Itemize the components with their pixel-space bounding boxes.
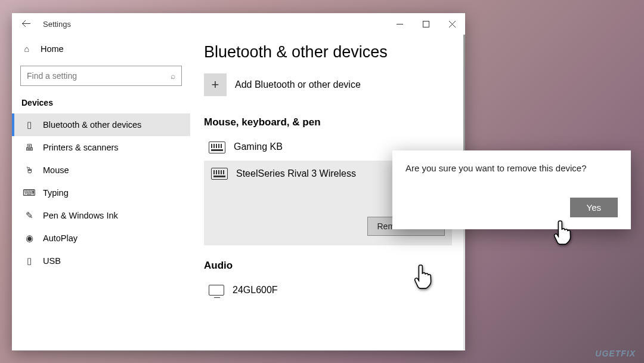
window-title: Settings	[43, 20, 71, 29]
bluetooth-icon: ▯	[24, 120, 35, 130]
page-heading: Bluetooth & other devices	[204, 43, 452, 61]
search-icon: ⌕	[171, 71, 175, 81]
watermark: UGETFIX	[595, 349, 636, 358]
autoplay-icon: ◉	[24, 233, 35, 243]
section-audio: Audio	[204, 260, 452, 272]
pen-icon: ✎	[24, 211, 35, 220]
sidebar-item-pen[interactable]: ✎ Pen & Windows Ink	[12, 204, 190, 227]
home-icon: ⌂	[21, 44, 32, 54]
back-button[interactable]: 🡠	[19, 16, 33, 32]
keyboard-device-icon	[211, 168, 228, 180]
nav-label: Typing	[43, 188, 69, 198]
device-label: 24GL600F	[233, 285, 278, 296]
window-controls	[386, 14, 465, 33]
search-placeholder: Find a setting	[27, 71, 77, 81]
close-button[interactable]	[439, 14, 465, 33]
svg-rect-1	[423, 21, 429, 27]
sidebar-group-label: Devices	[12, 94, 190, 113]
sidebar-item-mouse[interactable]: 🖱 Mouse	[12, 159, 190, 182]
nav-label: Mouse	[43, 165, 69, 175]
device-label: SteelSeries Rival 3 Wireless	[236, 168, 356, 179]
maximize-button[interactable]	[413, 14, 439, 33]
sidebar: ⌂ Home Find a setting ⌕ Devices ▯ Blueto…	[12, 35, 191, 350]
sidebar-item-usb[interactable]: ▯ USB	[12, 250, 190, 272]
yes-button[interactable]: Yes	[570, 198, 618, 217]
nav-label: AutoPlay	[43, 233, 78, 243]
keyboard-device-icon	[209, 141, 225, 153]
add-device-label: Add Bluetooth or other device	[235, 79, 361, 90]
add-device-button[interactable]: + Add Bluetooth or other device	[204, 73, 452, 96]
monitor-icon	[209, 285, 224, 296]
minimize-button[interactable]	[386, 14, 413, 33]
sidebar-item-typing[interactable]: ⌨ Typing	[12, 182, 190, 204]
sidebar-item-autoplay[interactable]: ◉ AutoPlay	[12, 227, 190, 250]
device-item-monitor[interactable]: 24GL600F	[204, 278, 452, 303]
sidebar-item-printers[interactable]: 🖶 Printers & scanners	[12, 136, 190, 159]
nav-label: Printers & scanners	[43, 143, 119, 152]
nav-label: Pen & Windows Ink	[43, 211, 118, 220]
nav-label: Bluetooth & other devices	[43, 120, 141, 130]
dialog-message: Are you sure you want to remove this dev…	[405, 162, 618, 174]
printer-icon: 🖶	[24, 143, 35, 152]
home-button[interactable]: ⌂ Home	[12, 39, 190, 59]
usb-icon: ▯	[24, 256, 35, 266]
section-mouse-keyboard-pen: Mouse, keyboard, & pen	[204, 116, 452, 128]
mouse-icon: 🖱	[24, 165, 35, 175]
device-label: Gaming KB	[234, 141, 283, 152]
confirm-dialog: Are you sure you want to remove this dev…	[392, 150, 631, 229]
plus-icon: +	[204, 73, 227, 96]
scrollbar-thumb[interactable]	[463, 35, 465, 166]
titlebar: 🡠 Settings	[12, 13, 465, 35]
nav-label: USB	[43, 256, 61, 266]
home-label: Home	[41, 44, 64, 54]
keyboard-icon: ⌨	[24, 188, 35, 198]
search-input[interactable]: Find a setting ⌕	[20, 66, 182, 86]
sidebar-item-bluetooth[interactable]: ▯ Bluetooth & other devices	[12, 113, 190, 136]
